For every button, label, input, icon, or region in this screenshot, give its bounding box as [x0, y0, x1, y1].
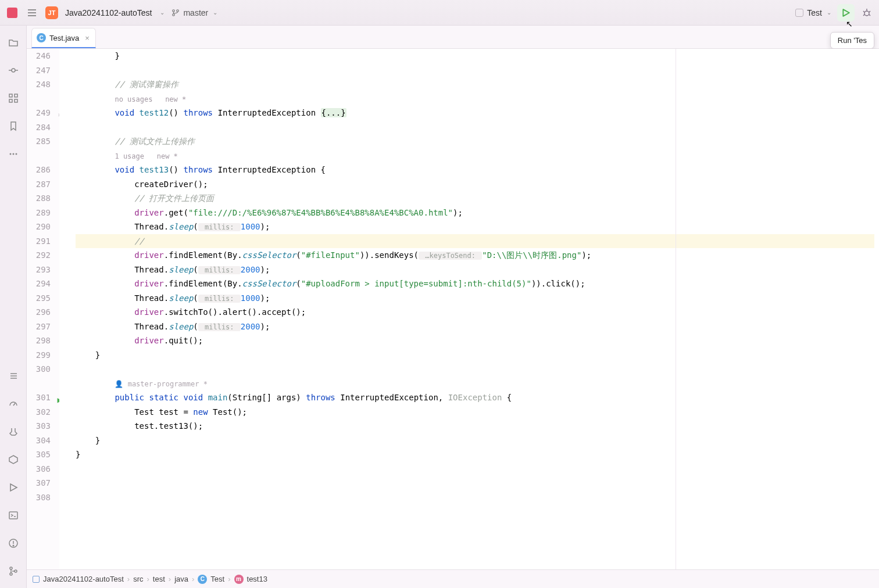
structure-tool-icon[interactable]: [7, 92, 20, 105]
svg-point-13: [12, 69, 15, 72]
svg-point-31: [13, 545, 14, 546]
class-icon: C: [198, 575, 207, 584]
commit-tool-icon[interactable]: [7, 64, 20, 77]
vcs-tool-icon[interactable]: [7, 565, 20, 578]
tab-test-java[interactable]: C Test.java ×: [31, 28, 96, 48]
svg-point-34: [15, 570, 17, 572]
svg-point-6: [177, 9, 179, 12]
debug-icon[interactable]: [860, 6, 873, 19]
svg-rect-16: [9, 94, 12, 97]
editor-tabs: C Test.java ×: [27, 26, 879, 49]
build-tool-icon[interactable]: [7, 425, 20, 438]
branch-label: master: [183, 8, 208, 17]
topbar: JT Java20241102-autoTest ⌄ master ⌄ Test…: [0, 0, 879, 26]
left-tool-rail: [0, 26, 27, 588]
tab-label: Test.java: [49, 34, 79, 42]
run-button[interactable]: [837, 4, 855, 21]
app-icon: [6, 6, 19, 19]
svg-line-12: [869, 15, 870, 16]
java-class-icon: C: [37, 33, 46, 42]
problems-tool-icon[interactable]: [7, 537, 20, 550]
project-badge: JT: [45, 6, 58, 19]
profiler-tool-icon[interactable]: [7, 397, 20, 410]
run-config-selector[interactable]: Test ⌄: [795, 8, 831, 17]
svg-point-22: [15, 153, 17, 155]
breadcrumb: Java20241102-autoTest › src › test › jav…: [27, 569, 879, 588]
bc-java[interactable]: java: [174, 575, 188, 583]
run-config-label: Test: [807, 8, 822, 17]
svg-rect-19: [15, 99, 17, 102]
bc-src[interactable]: src: [133, 575, 143, 583]
todo-tool-icon[interactable]: [7, 370, 20, 382]
method-icon: m: [234, 575, 244, 584]
close-icon[interactable]: ×: [85, 34, 90, 42]
svg-line-9: [863, 11, 864, 12]
svg-point-33: [10, 573, 12, 575]
gutter: 246 247 248 249› 284 285 286 287 288 289…: [27, 49, 59, 569]
project-tool-icon[interactable]: [7, 36, 20, 49]
svg-rect-18: [15, 94, 17, 97]
more-tool-icon[interactable]: [7, 148, 20, 160]
bc-project[interactable]: Java20241102-autoTest: [43, 575, 124, 583]
run-tool-icon[interactable]: [7, 481, 20, 494]
svg-line-26: [13, 403, 15, 406]
code-editor[interactable]: 246 247 248 249› 284 285 286 287 288 289…: [27, 49, 879, 569]
run-tooltip: Run 'Tes: [830, 32, 874, 49]
svg-point-7: [864, 11, 869, 16]
chevron-down-icon[interactable]: ⌄: [160, 9, 165, 16]
svg-line-10: [869, 11, 870, 12]
svg-point-21: [12, 153, 14, 155]
vcs-branch[interactable]: master ⌄: [171, 8, 217, 17]
bookmarks-tool-icon[interactable]: [7, 120, 20, 132]
svg-rect-17: [9, 99, 12, 102]
run-config-icon: [795, 9, 803, 17]
hamburger-icon[interactable]: [26, 6, 38, 19]
svg-line-11: [863, 15, 864, 16]
svg-rect-0: [7, 8, 17, 18]
svg-marker-27: [9, 456, 17, 464]
project-name[interactable]: Java20241102-autoTest: [65, 8, 152, 17]
folder-icon: [33, 576, 40, 583]
svg-point-4: [173, 9, 175, 12]
bc-class[interactable]: Test: [210, 575, 224, 583]
services-tool-icon[interactable]: [7, 453, 20, 466]
svg-point-32: [10, 567, 12, 569]
svg-point-20: [9, 153, 11, 155]
code-area[interactable]: } // 测试弹窗操作 no usages new * void test12(…: [59, 49, 879, 569]
terminal-tool-icon[interactable]: [7, 509, 20, 522]
bc-test[interactable]: test: [153, 575, 165, 583]
bc-method[interactable]: test13: [247, 575, 267, 583]
svg-point-5: [173, 13, 175, 16]
